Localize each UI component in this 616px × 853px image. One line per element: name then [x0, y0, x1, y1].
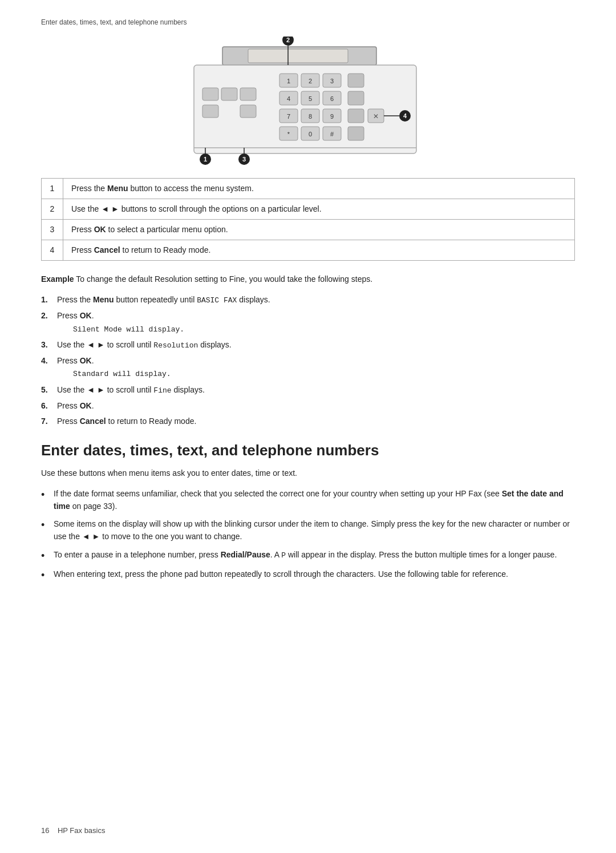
example-paragraph: Example To change the default Resolution… — [41, 273, 575, 286]
svg-text:0: 0 — [309, 131, 312, 138]
table-desc: Press the Menu button to access the menu… — [63, 179, 575, 199]
bullet-list: • If the date format seems unfamiliar, c… — [41, 488, 575, 583]
table-row: 3 Press OK to select a particular menu o… — [42, 220, 575, 240]
table-num: 3 — [42, 220, 63, 240]
svg-rect-1 — [248, 49, 348, 63]
steps-list: 1. Press the Menu button repeatedly unti… — [41, 294, 575, 428]
list-item: • If the date format seems unfamiliar, c… — [41, 488, 575, 512]
svg-text:*: * — [287, 131, 290, 138]
step-text: Press Cancel to return to Ready mode. — [57, 415, 196, 428]
table-num: 4 — [42, 240, 63, 261]
intro-paragraph: Use these buttons when menu items ask yo… — [41, 467, 575, 480]
svg-text:3: 3 — [242, 156, 246, 163]
list-item: 7. Press Cancel to return to Ready mode. — [41, 415, 575, 428]
svg-rect-23 — [348, 109, 364, 123]
bullet-text: When entering text, press the phone pad … — [54, 568, 508, 581]
svg-rect-32 — [348, 127, 364, 140]
svg-text:5: 5 — [309, 95, 312, 102]
step-num: 1. — [41, 294, 57, 306]
bullet-text: If the date format seems unfamiliar, che… — [54, 488, 575, 512]
svg-rect-34 — [221, 88, 237, 100]
svg-text:4: 4 — [403, 112, 407, 119]
step-num: 2. — [41, 310, 57, 322]
svg-rect-37 — [240, 105, 256, 118]
table-row: 1 Press the Menu button to access the me… — [42, 179, 575, 199]
table-desc: Press OK to select a particular menu opt… — [63, 220, 575, 240]
bullet-text: Some items on the display will show up w… — [54, 518, 575, 543]
step-text: Press the Menu button repeatedly until B… — [57, 294, 270, 306]
bullet-dot: • — [41, 568, 54, 582]
table-desc: Use the ◄ ► buttons to scroll through th… — [63, 199, 575, 220]
svg-text:7: 7 — [287, 113, 290, 120]
svg-text:3: 3 — [330, 78, 334, 84]
sub-text: Silent Mode will display. — [57, 324, 184, 335]
svg-rect-33 — [202, 88, 218, 100]
bullet-dot: • — [41, 488, 54, 502]
step-num: 4. — [41, 355, 57, 367]
table-num: 2 — [42, 199, 63, 220]
svg-rect-35 — [240, 88, 256, 100]
footer: 16 HP Fax basics — [41, 826, 106, 835]
svg-text:2: 2 — [309, 78, 312, 84]
svg-text:✕: ✕ — [373, 112, 379, 120]
bullet-dot: • — [41, 549, 54, 563]
list-item: 5. Use the ◄ ► to scroll until Fine disp… — [41, 384, 575, 397]
bullet-dot: • — [41, 518, 54, 532]
bullet-text: To enter a pause in a telephone number, … — [54, 549, 557, 561]
svg-text:4: 4 — [287, 95, 290, 102]
section-label: HP Fax basics — [58, 826, 106, 835]
svg-text:8: 8 — [309, 113, 312, 120]
table-row: 4 Press Cancel to return to Ready mode. — [42, 240, 575, 261]
list-item: • To enter a pause in a telephone number… — [41, 549, 575, 563]
reference-table: 1 Press the Menu button to access the me… — [41, 178, 575, 261]
table-row: 2 Use the ◄ ► buttons to scroll through … — [42, 199, 575, 220]
breadcrumb: Enter dates, times, text, and telephone … — [41, 18, 575, 26]
table-desc: Press Cancel to return to Ready mode. — [63, 240, 575, 261]
step-text: Press OK. Standard will display. — [57, 355, 171, 381]
step-text: Use the ◄ ► to scroll until Fine display… — [57, 384, 205, 397]
svg-text:2: 2 — [286, 37, 290, 43]
step-num: 6. — [41, 400, 57, 413]
step-text: Press OK. Silent Mode will display. — [57, 310, 184, 335]
sub-text: Standard will display. — [57, 369, 171, 380]
svg-rect-9 — [348, 74, 364, 87]
step-text: Press OK. — [57, 400, 94, 413]
list-item: 2. Press OK. Silent Mode will display. — [41, 310, 575, 335]
list-item: 3. Use the ◄ ► to scroll until Resolutio… — [41, 339, 575, 351]
section-heading: Enter dates, times, text, and telephone … — [41, 442, 575, 459]
fax-diagram: 1 2 3 4 5 6 7 8 9 ✕ * 0 # — [41, 37, 575, 168]
list-item: 6. Press OK. — [41, 400, 575, 413]
list-item: 4. Press OK. Standard will display. — [41, 355, 575, 381]
list-item: 1. Press the Menu button repeatedly unti… — [41, 294, 575, 306]
list-item: • When entering text, press the phone pa… — [41, 568, 575, 582]
table-num: 1 — [42, 179, 63, 199]
step-text: Use the ◄ ► to scroll until Resolution d… — [57, 339, 232, 351]
step-num: 7. — [41, 415, 57, 428]
list-item: • Some items on the display will show up… — [41, 518, 575, 543]
step-num: 5. — [41, 384, 57, 397]
svg-text:9: 9 — [330, 113, 334, 120]
step-num: 3. — [41, 339, 57, 351]
page-number: 16 — [41, 826, 49, 835]
svg-text:1: 1 — [204, 156, 207, 163]
svg-rect-36 — [202, 105, 218, 118]
svg-text:1: 1 — [287, 78, 290, 84]
svg-text:#: # — [330, 131, 334, 138]
svg-text:6: 6 — [330, 95, 334, 102]
svg-rect-16 — [348, 91, 364, 105]
